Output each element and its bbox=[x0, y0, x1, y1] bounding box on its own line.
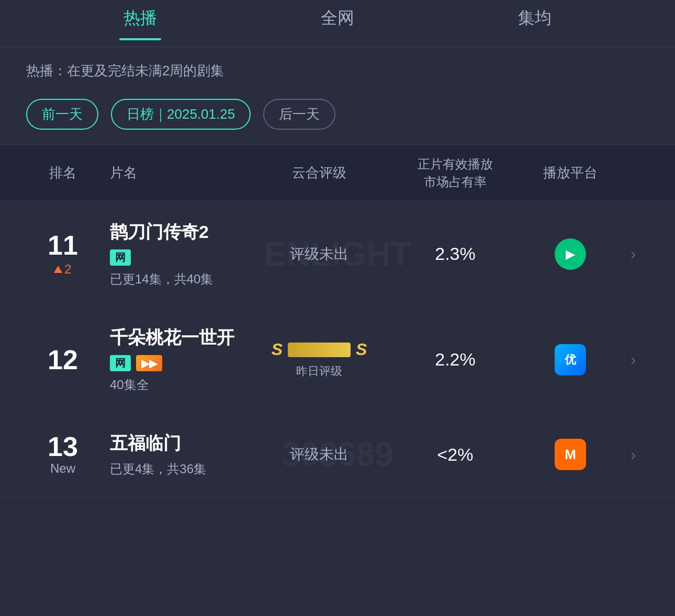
rank-change-value: 2 bbox=[64, 262, 71, 277]
rank-block: 11 2 bbox=[26, 232, 99, 277]
market-share: <2% bbox=[387, 444, 523, 465]
prev-day-button[interactable]: 前一天 bbox=[26, 99, 98, 130]
rank-number: 11 bbox=[48, 232, 78, 259]
iqiyi-icon bbox=[555, 238, 586, 270]
rank-number: 12 bbox=[48, 346, 78, 373]
tab-all[interactable]: 全网 bbox=[300, 7, 375, 40]
arrow-up-icon bbox=[54, 266, 62, 273]
mango-icon: M bbox=[555, 439, 586, 470]
rating-block: S S 昨日评级 bbox=[251, 340, 387, 379]
rating-text: 评级未出 bbox=[290, 244, 348, 264]
market-share: 2.3% bbox=[387, 244, 523, 264]
rank-number: 13 bbox=[48, 433, 78, 460]
rating-block: 评级未出 bbox=[251, 244, 387, 264]
platform-block: M bbox=[523, 439, 617, 470]
show-title: 鹊刀门传奇2 bbox=[110, 220, 251, 244]
rank-change: 2 bbox=[54, 262, 71, 277]
col-header-market: 正片有效播放市场占有率 bbox=[387, 155, 523, 190]
rating-block: 评级未出 bbox=[251, 444, 387, 464]
youku-icon: 优 bbox=[555, 344, 586, 375]
tab-avg[interactable]: 集均 bbox=[497, 7, 572, 40]
row-detail-arrow[interactable]: › bbox=[617, 244, 649, 264]
show-episodes: 已更14集，共40集 bbox=[110, 271, 251, 288]
tag-net: 网 bbox=[110, 355, 131, 371]
row-detail-arrow[interactable]: › bbox=[617, 445, 649, 464]
show-tags: 网 bbox=[110, 249, 251, 266]
title-block: 千朵桃花一世开 网 ▶▶ 40集全 bbox=[99, 326, 251, 393]
date-nav: 前一天 日榜｜2025.01.25 后一天 bbox=[0, 90, 675, 144]
title-block: 鹊刀门传奇2 网 已更14集，共40集 bbox=[99, 220, 251, 288]
rank-new-label: New bbox=[50, 461, 75, 476]
show-episodes: 已更4集，共36集 bbox=[110, 461, 251, 477]
rating-badge-s: S bbox=[272, 340, 283, 359]
description: 热播：在更及完结未满2周的剧集 bbox=[0, 47, 675, 90]
table-row: 12 千朵桃花一世开 网 ▶▶ 40集全 S S 昨日评级 2.2% 优 › bbox=[0, 307, 675, 413]
tab-bar: 热播 全网 集均 bbox=[0, 0, 675, 47]
table-row: 308689 13 New 五福临门 已更4集，共36集 评级未出 <2% M … bbox=[0, 413, 675, 497]
show-title: 五福临门 bbox=[110, 431, 251, 455]
platform-block: 优 bbox=[523, 344, 617, 375]
col-header-platform: 播放平台 bbox=[523, 164, 617, 182]
col-header-title: 片名 bbox=[99, 164, 251, 182]
rank-block: 13 New bbox=[26, 433, 99, 476]
tag-tv: ▶▶ bbox=[136, 355, 162, 371]
rating-sub-label: 昨日评级 bbox=[296, 363, 342, 379]
col-header-rank: 排名 bbox=[26, 164, 99, 182]
table-header: 排名 片名 云合评级 正片有效播放市场占有率 播放平台 bbox=[0, 144, 675, 201]
rank-block: 12 bbox=[26, 346, 99, 373]
show-tags: 网 ▶▶ bbox=[110, 355, 251, 371]
rating-value: S bbox=[356, 340, 367, 359]
platform-block bbox=[523, 238, 617, 270]
title-block: 五福临门 已更4集，共36集 bbox=[99, 431, 251, 477]
show-episodes: 40集全 bbox=[110, 377, 251, 393]
rating-text: 评级未出 bbox=[290, 444, 348, 464]
rating-bar bbox=[288, 343, 351, 357]
rating-bar-wrapper: S S bbox=[272, 340, 367, 359]
col-header-rating: 云合评级 bbox=[251, 164, 387, 182]
tag-net: 网 bbox=[110, 249, 131, 266]
table-row: ENLIGHT 11 2 鹊刀门传奇2 网 已更14集，共40集 评级未出 2.… bbox=[0, 201, 675, 307]
next-day-button[interactable]: 后一天 bbox=[263, 99, 335, 130]
market-share: 2.2% bbox=[387, 349, 523, 370]
show-title: 千朵桃花一世开 bbox=[110, 326, 251, 350]
row-detail-arrow[interactable]: › bbox=[617, 350, 649, 369]
tab-hot[interactable]: 热播 bbox=[103, 7, 178, 40]
current-date-button[interactable]: 日榜｜2025.01.25 bbox=[111, 99, 251, 130]
